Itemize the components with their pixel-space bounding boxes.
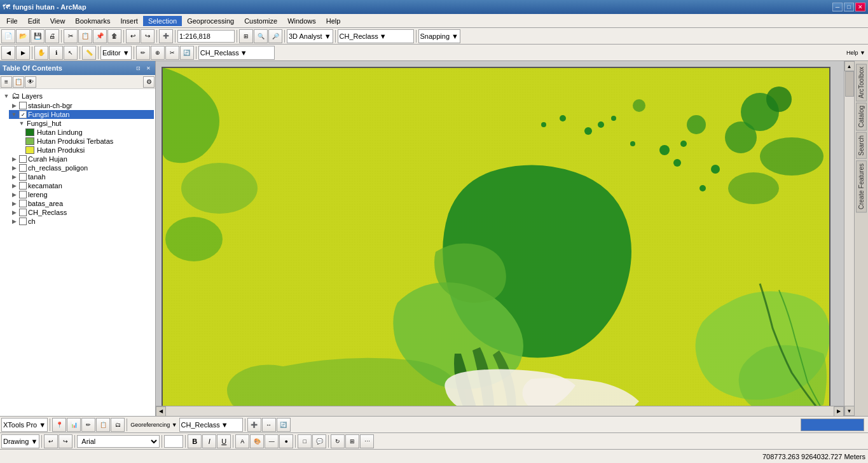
lereng-checkbox[interactable] <box>19 191 27 198</box>
paste-button[interactable]: 📌 <box>93 29 107 43</box>
map-horizontal-scrollbar[interactable]: ◀ ▶ <box>156 406 844 416</box>
menu-edit[interactable]: Edit <box>23 16 45 26</box>
catalog-tab[interactable]: Catalog <box>856 102 867 130</box>
toc-item-hutan-produksi[interactable]: Hutan Produksi <box>24 146 154 155</box>
toc-source-btn[interactable]: 📋 <box>13 76 24 88</box>
layer2-dropdown[interactable]: CH_Reclass ▼ <box>198 46 275 60</box>
xtools-btn4[interactable]: 📋 <box>96 418 110 432</box>
georef-btn3[interactable]: 🔄 <box>277 418 291 432</box>
zoom-out-button[interactable]: 🔎 <box>268 29 282 43</box>
ch-reclass-checkbox[interactable] <box>19 209 27 216</box>
zoom-prev-button[interactable]: ◀ <box>1 46 15 60</box>
toc-options-btn[interactable]: ⚙ <box>143 76 155 88</box>
map-viewport[interactable]: ◀ ▶ ▲ ▼ <box>156 61 854 416</box>
measure-button[interactable]: 📏 <box>82 46 96 60</box>
georef-btn2[interactable]: ↔ <box>262 418 276 432</box>
kecamatan-checkbox[interactable] <box>19 182 27 190</box>
layer1-dropdown[interactable]: CH_Reclass ▼ <box>338 29 414 43</box>
undo-button[interactable]: ↩ <box>126 29 140 43</box>
rotate-btn[interactable]: ↻ <box>331 434 345 448</box>
xtools-btn3[interactable]: ✏ <box>81 418 95 432</box>
toc-item-lereng[interactable]: ▶ lereng <box>9 190 154 199</box>
search-tab[interactable]: Search <box>856 132 867 159</box>
drawing-dropdown[interactable]: Drawing ▼ <box>1 434 39 448</box>
scale-btn[interactable]: ⊞ <box>345 434 359 448</box>
toc-item-curah-hujan[interactable]: ▶ Curah Hujan <box>9 155 154 163</box>
line-color-btn[interactable]: — <box>265 434 279 448</box>
toc-item-stasiun[interactable]: ▶ stasiun-ch-bgr <box>9 101 154 110</box>
stasiun-checkbox[interactable] <box>19 102 27 109</box>
toc-item-kecamatan[interactable]: ▶ kecamatan <box>9 181 154 190</box>
analyst-dropdown[interactable]: 3D Analyst ▼ <box>287 29 333 43</box>
toc-item-ch-reclass-poligon[interactable]: ▶ ch_reclass_poligon <box>9 163 154 172</box>
toc-close-button[interactable]: ✕ <box>144 64 153 73</box>
h-scroll-left[interactable]: ◀ <box>156 406 166 417</box>
toc-item-tanah[interactable]: ▶ tanah <box>9 172 154 181</box>
xtools-dropdown[interactable]: XTools Pro ▼ <box>1 418 48 432</box>
draw-shape-btn[interactable]: □ <box>298 434 312 448</box>
identify-button[interactable]: ℹ <box>49 46 63 60</box>
edit-btn4[interactable]: 🔄 <box>180 46 194 60</box>
toc-vis-btn[interactable]: 👁 <box>25 76 36 88</box>
edit-btn1[interactable]: ✏ <box>136 46 150 60</box>
copy-button[interactable]: 📋 <box>78 29 92 43</box>
tanah-checkbox[interactable] <box>19 173 27 181</box>
pan-button[interactable]: ✋ <box>34 46 48 60</box>
zoom-full-button[interactable]: ⊞ <box>239 29 253 43</box>
callout-btn[interactable]: 💬 <box>312 434 326 448</box>
selection-input[interactable] <box>801 418 864 431</box>
fungsi-checkbox[interactable]: ✓ <box>19 111 27 118</box>
delete-button[interactable]: 🗑 <box>107 29 121 43</box>
v-scroll-track[interactable] <box>845 71 854 406</box>
new-button[interactable]: 📄 <box>1 29 15 43</box>
marker-btn[interactable]: ● <box>279 434 293 448</box>
menu-help[interactable]: Help <box>321 16 346 26</box>
menu-geoprocessing[interactable]: Geoprocessing <box>182 16 239 26</box>
edit-btn3[interactable]: ✂ <box>165 46 179 60</box>
toc-item-hutan-lindung[interactable]: Hutan Lindung <box>24 128 154 137</box>
menu-view[interactable]: View <box>45 16 71 26</box>
zoom-in-button[interactable]: 🔍 <box>254 29 268 43</box>
fill-color-btn[interactable]: 🎨 <box>250 434 264 448</box>
scale-input[interactable]: 1:216,818 <box>177 30 235 43</box>
draw-btn1[interactable]: ↩ <box>44 434 58 448</box>
toc-item-fungsi-hutan[interactable]: ▼ ✓ Fungsi Hutan <box>9 110 154 119</box>
georef-btn1[interactable]: ➕ <box>247 418 261 432</box>
xtools-btn5[interactable]: 🗂 <box>111 418 125 432</box>
bold-button[interactable]: B <box>188 434 202 448</box>
toc-item-fungsi-hut[interactable]: ▼ Fungsi_hut <box>17 119 154 128</box>
menu-bookmarks[interactable]: Bookmarks <box>70 16 115 26</box>
maximize-button[interactable]: □ <box>844 3 854 11</box>
cut-button[interactable]: ✂ <box>64 29 78 43</box>
menu-file[interactable]: File <box>1 16 23 26</box>
more-draw-btn[interactable]: ⋯ <box>360 434 374 448</box>
editor-dropdown[interactable]: Editor ▼ <box>100 46 132 60</box>
h-scroll-right[interactable]: ▶ <box>834 406 844 417</box>
create-features-tab[interactable]: Create Features <box>856 160 867 212</box>
v-scroll-down[interactable]: ▼ <box>844 406 855 416</box>
toc-item-batas-area[interactable]: ▶ batas_area <box>9 199 154 208</box>
close-button[interactable]: ✕ <box>855 3 865 11</box>
batas-checkbox[interactable] <box>19 200 27 207</box>
add-data-button[interactable]: ➕ <box>159 29 173 43</box>
v-scroll-thumb[interactable] <box>845 71 854 97</box>
open-button[interactable]: 📂 <box>16 29 30 43</box>
xtools-btn2[interactable]: 📊 <box>67 418 81 432</box>
toc-list-btn[interactable]: ≡ <box>1 76 12 88</box>
italic-button[interactable]: I <box>202 434 216 448</box>
font-color-btn[interactable]: A <box>235 434 249 448</box>
map-vertical-scrollbar[interactable]: ▲ ▼ <box>844 61 854 416</box>
toc-item-ch-reclass[interactable]: ▶ CH_Reclass <box>9 208 154 217</box>
menu-selection[interactable]: Selection <box>143 16 182 26</box>
georef-layer-dropdown[interactable]: CH_Reclass ▼ <box>179 418 243 432</box>
curah-checkbox[interactable] <box>19 155 27 163</box>
zoom-next-button[interactable]: ▶ <box>16 46 30 60</box>
menu-customize[interactable]: Customize <box>239 16 282 26</box>
arctoolbox-tab[interactable]: ArcToolbox <box>856 64 867 101</box>
select-button[interactable]: ↖ <box>64 46 78 60</box>
snapping-dropdown[interactable]: Snapping ▼ <box>418 29 460 43</box>
toc-float-button[interactable]: ⊡ <box>134 64 142 73</box>
edit-btn2[interactable]: ⊕ <box>151 46 165 60</box>
draw-btn2[interactable]: ↪ <box>59 434 72 448</box>
toc-item-hutan-prod-terbatas[interactable]: Hutan Produksi Terbatas <box>24 137 154 146</box>
